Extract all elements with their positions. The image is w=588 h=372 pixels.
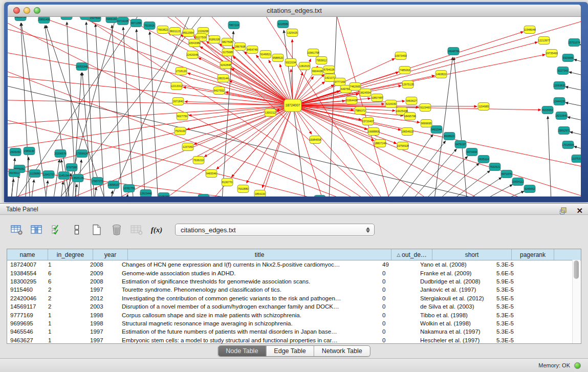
graph-node[interactable]: 9904438 (312, 68, 323, 75)
graph-node[interactable]: 8938923 (444, 133, 455, 140)
table-cell[interactable]: 1 (45, 312, 87, 318)
graph-node[interactable]: 18724007 (284, 99, 301, 112)
table-cell[interactable]: 2008 (87, 261, 119, 268)
table-cell[interactable]: 5.3E-5 (493, 287, 533, 293)
graph-node[interactable]: 12975135 (402, 81, 414, 89)
graph-node[interactable]: 19384554 (309, 136, 321, 144)
graph-node[interactable]: 6966160 (106, 17, 117, 23)
graph-node[interactable]: 8427552 (213, 87, 225, 95)
graph-node[interactable]: 6794028 (323, 66, 335, 74)
graph-node[interactable]: 20053346 (76, 63, 88, 71)
graph-node[interactable]: 7462665 (350, 83, 361, 91)
table-cell[interactable]: 5.5E-5 (493, 295, 533, 301)
graph-node[interactable]: 2718120 (176, 68, 187, 75)
table-cell[interactable]: 1998 (87, 312, 119, 318)
table-cell[interactable]: 5.9E-5 (493, 278, 533, 285)
table-cell[interactable]: 9777169 (7, 312, 45, 318)
graph-edge[interactable] (568, 117, 581, 123)
graph-node[interactable]: 13958107 (107, 181, 120, 189)
table-cell[interactable]: Yano et al. (2008) (417, 261, 493, 268)
table-cell[interactable]: 19384554 (7, 270, 45, 276)
table-cell[interactable]: 2 (45, 303, 87, 310)
graph-node[interactable]: 19756928 (397, 142, 409, 150)
graph-node[interactable]: 10654112 (512, 178, 524, 186)
table-mode-icon[interactable] (10, 223, 24, 236)
graph-node[interactable]: 2606050 (10, 148, 21, 156)
table-cell[interactable]: 49 (379, 261, 417, 268)
graph-edge[interactable] (14, 175, 19, 196)
graph-node[interactable]: 8215953 (542, 106, 553, 114)
table-cell[interactable]: Genome-wide association studies in ADHD. (119, 270, 379, 276)
graph-edge[interactable] (574, 59, 581, 65)
graph-node[interactable]: 8186328 (209, 36, 220, 43)
graph-node[interactable]: 14055724 (14, 17, 27, 21)
float-panel-icon[interactable] (557, 204, 570, 217)
graph-node[interactable]: 12444150 (553, 98, 565, 105)
column-header-pagerank[interactable]: pagerank (512, 249, 554, 260)
table-cell[interactable]: Wolkin et al. (1998) (417, 320, 493, 326)
row-height-icon[interactable] (70, 223, 83, 236)
graph-edge[interactable] (143, 105, 293, 196)
table-cell[interactable]: 0 (379, 329, 417, 335)
graph-node[interactable]: 9671358 (130, 19, 142, 27)
graph-node[interactable]: 1527602 (90, 17, 101, 22)
graph-node[interactable]: 9242848 (220, 61, 231, 69)
graph-node[interactable]: 7957224 (228, 21, 239, 29)
column-header-title[interactable]: title (128, 249, 391, 260)
table-row[interactable]: 911546021997Tourette syndrome. Phenomeno… (7, 286, 581, 294)
table-cell[interactable]: Nakamura et al. (1997) (417, 329, 493, 335)
graph-node[interactable]: 12213977 (538, 37, 550, 45)
table-cell[interactable]: 9115460 (7, 287, 45, 293)
table-cell[interactable]: de Silva et al. (2003) (417, 303, 493, 310)
graph-node[interactable]: 7955812 (316, 57, 327, 64)
graph-edge[interactable] (580, 45, 581, 50)
table-cell[interactable]: 5.3E-5 (493, 337, 533, 343)
graph-node[interactable]: 10688809 (367, 128, 380, 136)
table-scrollbar-thumb[interactable] (574, 260, 579, 279)
graph-node[interactable]: 6479197 (455, 141, 466, 148)
close-panel-icon[interactable]: ✕ (576, 206, 583, 216)
table-cell[interactable]: 6 (45, 278, 87, 285)
table-cell[interactable]: Investigating the contribution of common… (119, 295, 379, 301)
network-window[interactable]: citations_edges.txt 18724007140557242089… (4, 2, 588, 202)
graph-node[interactable]: 16648784 (447, 48, 460, 55)
table-cell[interactable]: 9463627 (7, 337, 45, 343)
graph-node[interactable]: 12923446 (140, 190, 152, 197)
graph-node[interactable]: 9115460 (420, 104, 431, 112)
graph-node[interactable]: 8601123 (169, 28, 181, 35)
graph-edge[interactable] (422, 163, 479, 196)
graph-edge[interactable] (108, 191, 113, 196)
graph-edge[interactable] (112, 25, 123, 196)
graph-edge[interactable] (574, 146, 581, 152)
graph-node[interactable]: 12213312 (170, 82, 183, 90)
graph-node[interactable]: 17016504 (562, 141, 574, 149)
show-columns-icon[interactable] (30, 223, 43, 236)
graph-node[interactable]: 9227343 (557, 67, 569, 75)
graph-node[interactable]: 9797588 (66, 164, 77, 171)
graph-edge[interactable] (8, 74, 293, 105)
network-canvas[interactable]: 1872400714055724208914069065324106532871… (8, 17, 581, 196)
graph-node[interactable]: 9218586 (277, 20, 289, 28)
graph-node[interactable]: 22420046 (186, 51, 199, 59)
create-column-icon[interactable] (90, 223, 103, 236)
graph-node[interactable]: 9474444 (466, 148, 477, 156)
table-cell[interactable]: 0 (379, 278, 417, 285)
table-scrollbar[interactable] (572, 260, 580, 344)
table-cell[interactable]: 2003 (87, 303, 119, 310)
table-cell[interactable]: 0 (379, 320, 417, 326)
table-cell[interactable]: Structural magnetic resonance image aver… (119, 320, 379, 326)
table-cell[interactable]: 2012 (87, 295, 119, 301)
graph-node[interactable]: 1362615 (299, 62, 310, 70)
table-cell[interactable]: 1 (45, 261, 87, 268)
graph-edge[interactable] (8, 105, 293, 196)
table-cell[interactable]: Changes of HCN gene expression and I(f) … (119, 261, 379, 268)
table-cell[interactable]: 1997 (87, 329, 119, 335)
graph-node[interactable]: 7632880 (237, 185, 249, 193)
graph-node[interactable]: 7632621 (489, 163, 500, 171)
graph-edge[interactable] (123, 27, 134, 196)
table-cell[interactable]: 9699695 (7, 320, 45, 326)
graph-node[interactable]: 9699695 (421, 120, 432, 127)
graph-edge[interactable] (293, 105, 512, 196)
table-cell[interactable]: Stergiakouli et al. (2012) (417, 295, 493, 301)
graph-node[interactable]: 6216030 (385, 100, 397, 108)
